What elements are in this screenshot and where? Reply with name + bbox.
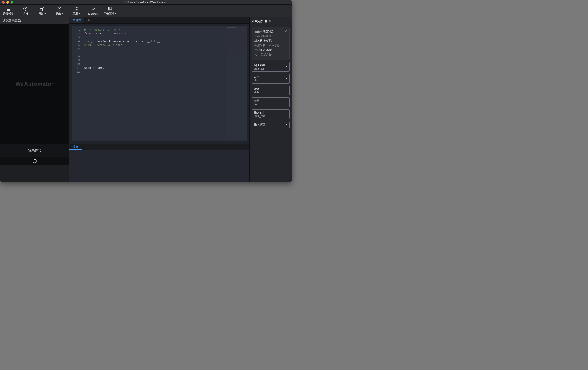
apply-label: 应用: [72, 12, 78, 16]
editor-scrollbar[interactable]: [72, 138, 247, 141]
output-tabbar: 输出: [69, 144, 249, 150]
center-column: 主脚本 + 123456789101112 # -*- coding: UTF-…: [69, 17, 249, 182]
code-editor[interactable]: 123456789101112 # -*- coding: UTF-8 -*-f…: [72, 26, 247, 138]
apps-icon: [74, 6, 79, 11]
action-label-cn: 点击: [254, 75, 287, 79]
chevron-down-icon: [285, 78, 287, 79]
help-select-hint: Ctrl+鼠标左键: [254, 34, 271, 38]
help-select-label: 画面中截选对象:: [254, 30, 274, 33]
run-button[interactable]: 运行: [17, 5, 34, 17]
image-algo-icon: [108, 6, 112, 11]
chevron-down-icon: [78, 13, 80, 14]
svg-marker-3: [25, 8, 26, 9]
action-find[interactable]: 查找find: [252, 98, 290, 107]
action-label-en: slide: [254, 91, 287, 94]
play-icon: [23, 6, 28, 11]
action-list: 启动APPstart_app点击click滑动slide查找find输入文本in…: [252, 62, 290, 128]
action-label-en: input_text: [254, 115, 287, 118]
tab-output[interactable]: 输出: [69, 144, 82, 150]
action-label-en: find: [254, 103, 287, 106]
svg-rect-0: [7, 7, 10, 10]
editor-wrap: 123456789101112 # -*- coding: UTF-8 -*-f…: [69, 24, 249, 138]
action-start_app[interactable]: 启动APPstart_app: [252, 62, 290, 72]
apply-button[interactable]: 应用: [68, 5, 85, 17]
tab-main-label: 主脚本: [73, 18, 81, 22]
image-algo-label: 图像算法: [104, 12, 115, 16]
chevron-down-icon: [61, 13, 63, 14]
code-area[interactable]: # -*- coding: UTF-8 -*-from uitrace.api …: [82, 26, 247, 138]
output-body[interactable]: [69, 150, 249, 182]
record-label: 录制: [39, 12, 44, 16]
device-status: 暂未连接: [0, 144, 69, 157]
svg-rect-8: [75, 9, 76, 10]
titlebar: 7.11.wa - CodeMode - WeAutomator3: [0, 0, 292, 5]
chevron-down-icon: [44, 13, 46, 14]
device-nav: [0, 157, 69, 165]
device-preview[interactable]: WeAutomator: [0, 24, 69, 144]
action-label-en: click: [254, 79, 287, 82]
record-icon: [40, 6, 45, 11]
svg-rect-10: [109, 7, 112, 10]
monkey-icon: [91, 7, 95, 11]
action-slide[interactable]: 滑动slide: [252, 86, 290, 95]
svg-rect-9: [77, 9, 78, 10]
record-button[interactable]: 录制: [34, 5, 51, 17]
right-panel: 图像预览: 关 ✕ 画面中截选对象: Ctrl+鼠标左键 对象快捷设置: 截选对…: [249, 17, 292, 182]
device-footer: [0, 165, 69, 182]
svg-point-5: [42, 8, 43, 9]
output-label: 输出: [73, 145, 78, 149]
device-icon: [6, 6, 11, 11]
run-label: 运行: [23, 12, 28, 16]
minimap[interactable]: [226, 26, 247, 138]
action-click[interactable]: 点击click: [252, 74, 290, 83]
export-icon: [57, 6, 62, 11]
monkey-label: Monkey: [88, 12, 98, 15]
chevron-down-icon: [285, 124, 287, 125]
tab-main-script[interactable]: 主脚本: [69, 17, 85, 23]
close-help-button[interactable]: ✕: [285, 29, 288, 32]
help-box: ✕ 画面中截选对象: Ctrl+鼠标左键 对象快捷设置: 截选对象 + 鼠标右键…: [252, 27, 290, 60]
home-icon[interactable]: [33, 159, 37, 163]
help-coord-label: 生成相对坐标:: [254, 49, 272, 52]
image-preview-label: 图像预览:: [252, 20, 263, 23]
plus-icon: +: [88, 18, 90, 23]
action-input_text[interactable]: 输入文本input_text: [252, 109, 290, 119]
window-title: 7.11.wa - CodeMode - WeAutomator3: [0, 1, 292, 4]
action-label-en: start_app: [254, 67, 287, 70]
device-watermark: WeAutomator: [15, 81, 54, 87]
action-label-cn: 查找: [254, 99, 287, 103]
connect-device-button[interactable]: 连接设备: [0, 5, 17, 17]
svg-rect-7: [77, 7, 78, 8]
toggle-indicator-icon: [265, 20, 267, 23]
help-coord-hint: ⌥ + 鼠标左键: [254, 53, 272, 56]
window-controls: [0, 1, 13, 4]
maximize-window-button[interactable]: [10, 1, 13, 4]
image-preview-toggle[interactable]: 图像预览: 关: [252, 20, 290, 25]
connect-device-label: 连接设备: [3, 12, 14, 16]
export-button[interactable]: 导出: [51, 5, 68, 17]
export-label: 导出: [55, 12, 61, 16]
line-gutter: 123456789101112: [72, 26, 82, 138]
tab-add[interactable]: +: [85, 17, 93, 23]
help-quick-hint: 截选对象 + 鼠标右键: [254, 44, 280, 47]
action-label-cn: 输入文本: [254, 111, 287, 115]
toolbar: 连接设备 运行 录制 导出 应用: [0, 5, 292, 17]
device-panel: 设备(暂未连接) WeAutomator 暂未连接: [0, 17, 69, 182]
image-preview-state: 关: [269, 20, 271, 23]
editor-tabbar: 主脚本 +: [69, 17, 249, 24]
chevron-down-icon: [285, 66, 287, 68]
close-window-button[interactable]: [2, 1, 5, 4]
app-window: 7.11.wa - CodeMode - WeAutomator3 连接设备 运…: [0, 0, 292, 182]
image-algo-button[interactable]: 图像算法: [102, 5, 118, 17]
svg-rect-6: [75, 7, 76, 8]
minimize-window-button[interactable]: [6, 1, 9, 4]
monkey-button[interactable]: Monkey: [85, 5, 102, 17]
help-quick-label: 对象快捷设置:: [254, 39, 272, 42]
main-area: 设备(暂未连接) WeAutomator 暂未连接 主脚本 +: [0, 17, 292, 182]
action-label-cn: 启动APP: [254, 63, 287, 67]
action-label-cn: 输入按键: [254, 123, 287, 126]
chevron-down-icon: [115, 13, 117, 14]
action-label-cn: 滑动: [254, 87, 287, 91]
action-输入按键[interactable]: 输入按键: [252, 121, 290, 128]
device-header: 设备(暂未连接): [0, 17, 69, 24]
